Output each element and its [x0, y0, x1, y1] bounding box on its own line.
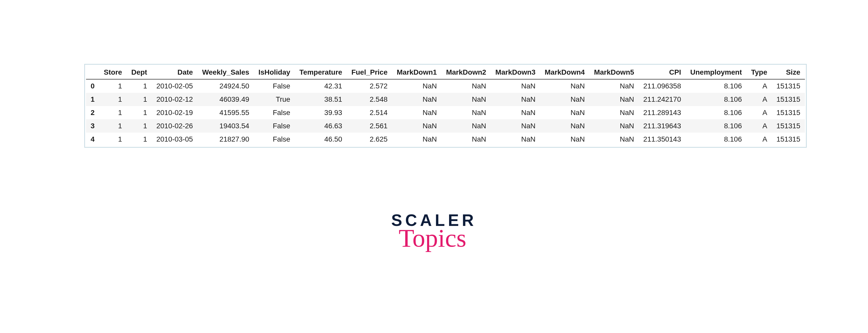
table-header: Store Dept Date Weekly_Sales IsHoliday T…: [86, 66, 805, 79]
cell: False: [254, 119, 294, 133]
cell: 211.350143: [639, 133, 686, 146]
cell: 8.106: [686, 93, 746, 106]
cell: 1: [127, 106, 152, 119]
cell: NaN: [491, 93, 540, 106]
cell: 46.50: [295, 133, 347, 146]
cell: NaN: [441, 79, 491, 93]
cell: NaN: [392, 106, 441, 119]
cell: 1: [99, 106, 127, 119]
cell: 151315: [772, 119, 805, 133]
row-index: 2: [86, 106, 99, 119]
cell: 211.289143: [639, 106, 686, 119]
cell: 1: [127, 119, 152, 133]
cell: 151315: [772, 133, 805, 146]
cell: A: [746, 133, 772, 146]
cell: 2.625: [347, 133, 392, 146]
cell: NaN: [491, 133, 540, 146]
cell: 41595.55: [197, 106, 254, 119]
cell: NaN: [491, 106, 540, 119]
cell: 2010-03-05: [152, 133, 197, 146]
col-header: Temperature: [295, 66, 347, 79]
col-header: MarkDown4: [540, 66, 589, 79]
cell: 211.096358: [639, 79, 686, 93]
col-header: Unemployment: [686, 66, 746, 79]
cell: NaN: [589, 133, 639, 146]
col-header: Type: [746, 66, 772, 79]
cell: NaN: [392, 79, 441, 93]
col-header: Size: [772, 66, 805, 79]
cell: 2.572: [347, 79, 392, 93]
cell: 211.319643: [639, 119, 686, 133]
cell: 1: [127, 93, 152, 106]
cell: NaN: [392, 119, 441, 133]
cell: False: [254, 133, 294, 146]
cell: NaN: [441, 133, 491, 146]
table-row: 2 1 1 2010-02-19 41595.55 False 39.93 2.…: [86, 106, 805, 119]
col-header: MarkDown1: [392, 66, 441, 79]
cell: NaN: [441, 119, 491, 133]
col-header: MarkDown2: [441, 66, 491, 79]
cell: 1: [127, 133, 152, 146]
dataframe-table: Store Dept Date Weekly_Sales IsHoliday T…: [86, 66, 805, 146]
table-row: 3 1 1 2010-02-26 19403.54 False 46.63 2.…: [86, 119, 805, 133]
brand-logo: SCALER Topics: [391, 212, 477, 251]
cell: NaN: [441, 106, 491, 119]
col-header: IsHoliday: [254, 66, 294, 79]
cell: NaN: [540, 79, 589, 93]
col-header: MarkDown5: [589, 66, 639, 79]
col-header: Store: [99, 66, 127, 79]
cell: A: [746, 106, 772, 119]
row-index: 3: [86, 119, 99, 133]
row-index: 0: [86, 79, 99, 93]
col-header: CPI: [639, 66, 686, 79]
cell: 151315: [772, 106, 805, 119]
cell: 46.63: [295, 119, 347, 133]
cell: 1: [99, 79, 127, 93]
cell: 1: [99, 119, 127, 133]
cell: True: [254, 93, 294, 106]
cell: NaN: [392, 93, 441, 106]
cell: NaN: [540, 93, 589, 106]
cell: 38.51: [295, 93, 347, 106]
cell: 8.106: [686, 79, 746, 93]
col-header: Dept: [127, 66, 152, 79]
cell: 2010-02-26: [152, 119, 197, 133]
table-body: 0 1 1 2010-02-05 24924.50 False 42.31 2.…: [86, 79, 805, 146]
col-header: Weekly_Sales: [197, 66, 254, 79]
cell: 2010-02-19: [152, 106, 197, 119]
cell: A: [746, 79, 772, 93]
cell: NaN: [491, 119, 540, 133]
cell: 8.106: [686, 133, 746, 146]
cell: 151315: [772, 79, 805, 93]
table-header-row: Store Dept Date Weekly_Sales IsHoliday T…: [86, 66, 805, 79]
cell: False: [254, 106, 294, 119]
cell: NaN: [441, 93, 491, 106]
table-row: 0 1 1 2010-02-05 24924.50 False 42.31 2.…: [86, 79, 805, 93]
cell: 46039.49: [197, 93, 254, 106]
cell: 1: [99, 93, 127, 106]
cell: 2010-02-05: [152, 79, 197, 93]
dataframe-table-container: Store Dept Date Weekly_Sales IsHoliday T…: [84, 64, 807, 148]
cell: NaN: [540, 119, 589, 133]
cell: NaN: [589, 93, 639, 106]
cell: 19403.54: [197, 119, 254, 133]
cell: 1: [99, 133, 127, 146]
table-row: 1 1 1 2010-02-12 46039.49 True 38.51 2.5…: [86, 93, 805, 106]
cell: 24924.50: [197, 79, 254, 93]
cell: NaN: [540, 133, 589, 146]
brand-name-lower: Topics: [390, 225, 475, 251]
cell: 2010-02-12: [152, 93, 197, 106]
cell: NaN: [491, 79, 540, 93]
index-header: [86, 66, 99, 79]
cell: A: [746, 93, 772, 106]
cell: 151315: [772, 93, 805, 106]
cell: NaN: [392, 133, 441, 146]
table-row: 4 1 1 2010-03-05 21827.90 False 46.50 2.…: [86, 133, 805, 146]
cell: 21827.90: [197, 133, 254, 146]
row-index: 1: [86, 93, 99, 106]
cell: 39.93: [295, 106, 347, 119]
cell: 8.106: [686, 106, 746, 119]
cell: 211.242170: [639, 93, 686, 106]
cell: NaN: [540, 106, 589, 119]
cell: NaN: [589, 119, 639, 133]
